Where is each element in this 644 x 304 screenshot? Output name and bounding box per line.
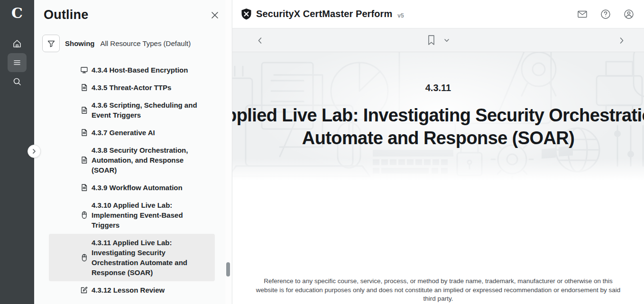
- outline-item[interactable]: 4.3.9 Workflow Automation: [49, 179, 215, 196]
- edit-icon: [80, 286, 88, 294]
- outline-item-label: 4.3.12 Lesson Review: [92, 285, 165, 295]
- messages-button[interactable]: [577, 9, 588, 20]
- home-icon: [12, 39, 22, 48]
- filter-icon: [47, 39, 55, 48]
- outline-item[interactable]: 4.3.6 Scripting, Scheduling and Event Tr…: [49, 96, 215, 124]
- outline-item-label: 4.3.9 Workflow Automation: [92, 183, 183, 193]
- outline-item-label: 4.3.10 Applied Live Lab: Implementing Ev…: [92, 200, 210, 230]
- close-outline-button[interactable]: [208, 9, 221, 22]
- outline-title: Outline: [44, 8, 88, 22]
- shield-icon: [241, 8, 252, 20]
- bookmark-icon: [427, 35, 436, 46]
- lesson-nav-bar: [232, 28, 644, 52]
- outline-item-label: 4.3.6 Scripting, Scheduling and Event Tr…: [92, 100, 210, 120]
- course-title: SecurityX CertMaster Perform: [256, 9, 392, 19]
- document-icon: [80, 156, 88, 164]
- home-button[interactable]: [8, 34, 27, 53]
- panel-collapse-button[interactable]: [28, 145, 41, 158]
- document-icon: [80, 83, 88, 92]
- outline-item[interactable]: 4.3.12 Lesson Review: [49, 281, 215, 299]
- bookmark-menu-button[interactable]: [444, 37, 450, 43]
- filter-button[interactable]: [42, 35, 60, 52]
- course-header: SecurityX CertMaster Perform v5: [232, 0, 644, 28]
- chevron-down-icon: [444, 37, 450, 43]
- outline-item-label: 4.3.4 Host-Based Encryption: [92, 65, 188, 75]
- outline-item-label: 4.3.8 Security Orchestration, Automation…: [92, 145, 210, 175]
- lesson-title-line-1: Applied Live Lab: Investigating Security…: [232, 104, 644, 127]
- outline-item[interactable]: 4.3.4 Host-Based Encryption: [49, 61, 215, 79]
- mouse-icon: [80, 211, 88, 219]
- outline-item[interactable]: 4.3.5 Threat-Actor TTPs: [49, 79, 215, 96]
- lesson-title: Applied Live Lab: Investigating Security…: [232, 104, 644, 149]
- outline-item[interactable]: 4.3.8 Security Orchestration, Automation…: [49, 141, 215, 179]
- filter-value: All Resource Types (Default): [101, 39, 191, 47]
- outline-scrollbar-thumb[interactable]: [226, 262, 230, 276]
- outline-button[interactable]: [8, 53, 27, 72]
- help-button[interactable]: [600, 9, 611, 20]
- comptia-logo: C: [0, 5, 34, 21]
- outline-item-label: 4.3.7 Generative AI: [92, 128, 155, 138]
- outline-list: 4.3.4 Host-Based Encryption4.3.5 Threat-…: [49, 61, 215, 299]
- filter-row: Showing All Resource Types (Default): [42, 35, 232, 52]
- outline-item[interactable]: 4.3.7 Generative AI: [49, 124, 215, 141]
- chevron-left-icon: [257, 37, 264, 44]
- filter-showing-label: Showing: [65, 39, 95, 47]
- outline-scrollbar[interactable]: [225, 0, 231, 304]
- course-version: v5: [397, 12, 404, 20]
- bookmark-button[interactable]: [427, 35, 436, 46]
- outline-item[interactable]: 4.3.11 Applied Live Lab: Investigating S…: [49, 234, 215, 281]
- close-icon: [211, 11, 219, 19]
- document-icon: [80, 106, 88, 114]
- chevron-right-icon: [31, 148, 37, 154]
- outline-panel: Outline Showing All Resource Types (Defa…: [34, 0, 232, 304]
- search-icon: [12, 77, 22, 86]
- next-page-button[interactable]: [607, 28, 635, 52]
- menu-icon: [12, 58, 22, 67]
- account-icon: [624, 9, 634, 19]
- mail-icon: [577, 9, 588, 19]
- outline-item-label: 4.3.5 Threat-Actor TTPs: [92, 83, 171, 92]
- main-content: SecurityX CertMaster Perform v5: [232, 0, 644, 304]
- outline-item-label: 4.3.11 Applied Live Lab: Investigating S…: [92, 238, 210, 277]
- lesson-number: 4.3.11: [425, 83, 451, 93]
- lesson-title-line-2: Automate and Response (SOAR): [232, 127, 644, 149]
- account-button[interactable]: [623, 9, 635, 20]
- lesson-banner: 4.3.11 Applied Live Lab: Investigating S…: [232, 52, 644, 180]
- help-icon: [600, 9, 611, 19]
- previous-page-button[interactable]: [246, 28, 274, 52]
- course-brand: SecurityX CertMaster Perform v5: [241, 8, 404, 20]
- mouse-icon: [80, 254, 88, 262]
- monitor-icon: [80, 66, 88, 74]
- document-icon: [80, 129, 88, 137]
- disclaimer-text: Reference to any specific course, servic…: [252, 277, 624, 304]
- app-window: C Outline Showing All Resource Types (De…: [0, 0, 644, 304]
- outline-item[interactable]: 4.3.10 Applied Live Lab: Implementing Ev…: [49, 196, 215, 234]
- document-icon: [80, 184, 88, 192]
- chevron-right-icon: [618, 37, 625, 44]
- search-button[interactable]: [8, 72, 27, 91]
